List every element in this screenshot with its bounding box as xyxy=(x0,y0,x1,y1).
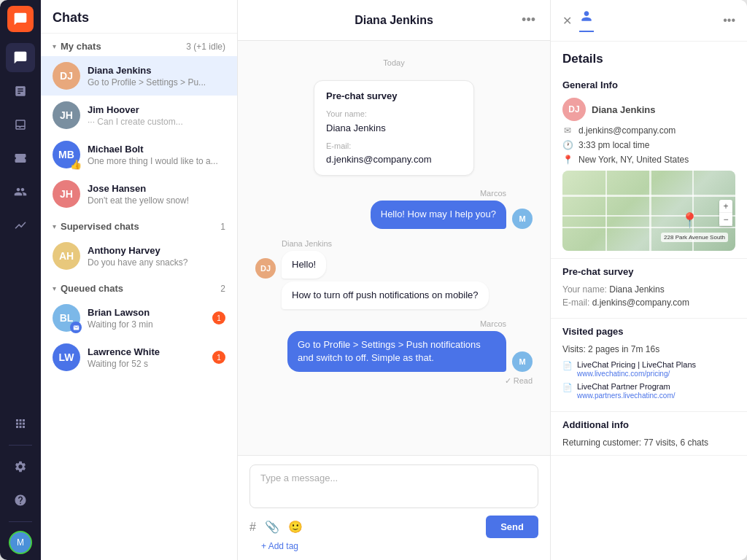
visited-title: Visited pages xyxy=(562,326,735,337)
nav-tickets[interactable] xyxy=(6,144,35,173)
survey-email-value: d.jenkins@company.com xyxy=(326,153,462,166)
jim-preview: ··· Can I create custom... xyxy=(88,117,225,127)
bubble-hello-agent: Hello! How may I help you? xyxy=(371,201,506,228)
chat-item-jose[interactable]: JH Jose Hansen Don't eat the yellow snow… xyxy=(41,174,237,214)
chat-item-anthony[interactable]: AH Anthony Harvey Do you have any snacks… xyxy=(41,236,237,276)
lawrence-avatar: LW xyxy=(53,343,80,371)
map-zoom-in[interactable]: + xyxy=(719,200,732,213)
diana-name: Diana Jenkins xyxy=(88,65,225,76)
details-panel: ✕ ••• Details General Info DJ Diana Jenk… xyxy=(550,0,747,560)
details-tab-person[interactable] xyxy=(579,9,594,32)
map-road-v2 xyxy=(649,171,651,251)
customer-time-row: 🕐 3:33 pm local time xyxy=(562,140,735,150)
emoji-icon[interactable]: 🙂 xyxy=(288,520,303,534)
hashtag-icon[interactable]: # xyxy=(249,521,256,534)
sidebar-header: Chats xyxy=(41,0,237,34)
my-chats-section-header[interactable]: ▾ My chats 3 (+1 idle) xyxy=(41,34,237,56)
sidebar: Chats ▾ My chats 3 (+1 idle) DJ Diana Je… xyxy=(41,0,238,560)
supervised-section-header[interactable]: ▾ Supervised chats 1 xyxy=(41,214,237,236)
sender-diana-1: Diana Jenkins xyxy=(255,239,533,248)
my-chats-count: 3 (+1 idle) xyxy=(186,42,225,52)
my-chats-label: My chats xyxy=(61,41,186,52)
jose-info: Jose Hansen Don't eat the yellow snow! xyxy=(88,183,225,206)
nav-help[interactable] xyxy=(6,486,35,515)
chat-item-brian[interactable]: BL Brian Lawson Waiting for 3 min 1 xyxy=(41,298,237,338)
left-nav: M xyxy=(0,0,41,560)
nav-analytics[interactable] xyxy=(6,211,35,240)
chat-item-jim[interactable]: JH Jim Hoover ··· Can I create custom... xyxy=(41,96,237,135)
nav-reports[interactable] xyxy=(6,77,35,106)
jose-preview: Don't eat the yellow snow! xyxy=(88,195,225,206)
send-button[interactable]: Send xyxy=(486,516,538,538)
general-info-section: General Info DJ Diana Jenkins ✉ d.jenkin… xyxy=(551,72,747,259)
nav-divider-2 xyxy=(9,521,32,522)
queued-label: Queued chats xyxy=(61,283,220,294)
supervised-label: Supervised chats xyxy=(61,221,220,232)
prechat-title: Pre-chat survey xyxy=(562,266,735,277)
app-logo[interactable] xyxy=(7,6,34,32)
visited-page-2: 📄 LiveChat Partner Program www.partners.… xyxy=(562,382,735,400)
additional-title: Additional info xyxy=(562,419,735,430)
customer-email-row: ✉ d.jenkins@company.com xyxy=(562,125,735,136)
survey-name-value: Diana Jenkins xyxy=(326,122,462,135)
queued-count: 2 xyxy=(220,284,225,294)
customer-email: d.jenkins@company.com xyxy=(578,125,676,136)
bubble-push-question: How to turn off push notifications on mo… xyxy=(282,281,489,309)
nav-visitors[interactable] xyxy=(6,177,35,206)
survey-name-label: Your name: xyxy=(326,109,462,120)
chat-more-button[interactable]: ••• xyxy=(522,12,535,28)
add-tag-button[interactable]: + Add tag xyxy=(249,538,538,554)
prechat-email-label: E-mail: xyxy=(562,298,589,308)
michael-name: Michael Bolt xyxy=(88,144,225,155)
nav-settings[interactable] xyxy=(6,452,35,481)
brian-info: Brian Lawson Waiting for 3 min xyxy=(88,307,212,330)
bubble-settings-agent: Go to Profile > Settings > Push notifica… xyxy=(287,331,506,372)
jose-avatar: JH xyxy=(53,180,80,208)
page-url-2[interactable]: www.partners.livechatinc.com/ xyxy=(577,392,676,400)
nav-inbox[interactable] xyxy=(6,110,35,139)
attachment-icon[interactable]: 📎 xyxy=(265,520,279,534)
details-more-button[interactable]: ••• xyxy=(723,14,735,27)
customer-time: 3:33 pm local time xyxy=(578,140,649,150)
msg-row-hello-user: DJ Hello! xyxy=(255,251,533,279)
msg-row-push-question: How to turn off push notifications on mo… xyxy=(282,281,533,309)
main-chat: Diana Jenkins ••• Today Pre-chat survey … xyxy=(238,0,550,560)
chat-input-box[interactable]: Type a message... xyxy=(249,464,538,508)
day-divider: Today xyxy=(255,58,533,67)
map-pin: 📍 xyxy=(681,211,699,229)
survey-container: Pre-chat survey Your name: Diana Jenkins… xyxy=(255,80,533,176)
map-road-v1 xyxy=(605,171,607,251)
msg-row-hello-agent: M Hello! How may I help you? xyxy=(255,201,533,228)
customer-name-row: DJ Diana Jenkins xyxy=(562,98,735,121)
anthony-name: Anthony Harvey xyxy=(88,245,225,256)
chat-header: Diana Jenkins ••• xyxy=(238,0,550,41)
chat-input-area: Type a message... # 📎 🙂 Send + Add tag xyxy=(238,455,550,560)
email-icon: ✉ xyxy=(562,125,573,136)
read-receipt: ✓ Read xyxy=(255,376,533,386)
visits-meta: Visits: 2 pages in 7m 16s xyxy=(562,344,735,354)
michael-preview: One more thing I would like to a... xyxy=(88,156,225,166)
page-title-1: LiveChat Pricing | LiveChat Plans xyxy=(577,360,696,369)
nav-divider-1 xyxy=(9,445,32,446)
close-button[interactable]: ✕ xyxy=(562,14,572,28)
nav-chats[interactable] xyxy=(6,43,35,72)
page-icon-2: 📄 xyxy=(562,383,573,392)
queued-section-header[interactable]: ▾ Queued chats 2 xyxy=(41,276,237,298)
page-url-1[interactable]: www.livechatinc.com/pricing/ xyxy=(577,370,670,378)
nav-apps[interactable] xyxy=(6,409,35,438)
prechat-name-label: Your name: xyxy=(562,284,607,295)
chat-item-diana[interactable]: DJ Diana Jenkins Go to Profile > Setting… xyxy=(41,56,237,96)
general-info-title: General Info xyxy=(562,79,735,90)
user-avatar[interactable]: M xyxy=(9,531,32,554)
chat-item-michael[interactable]: MB 👍 Michael Bolt One more thing I would… xyxy=(41,135,237,174)
queued-chevron: ▾ xyxy=(53,284,56,292)
supervised-count: 1 xyxy=(220,222,225,232)
map-background: 📍 228 Park Avenue South + − xyxy=(562,171,735,251)
chat-item-lawrence[interactable]: LW Lawrence White Waiting for 52 s 1 xyxy=(41,338,237,377)
customer-name: Diana Jenkins xyxy=(592,104,655,115)
lawrence-badge: 1 xyxy=(212,351,225,364)
diana-avatar-msg: DJ xyxy=(255,258,276,279)
page-icon-1: 📄 xyxy=(562,361,573,370)
map-zoom-out[interactable]: − xyxy=(719,213,732,226)
survey-bubble: Pre-chat survey Your name: Diana Jenkins… xyxy=(314,80,474,176)
